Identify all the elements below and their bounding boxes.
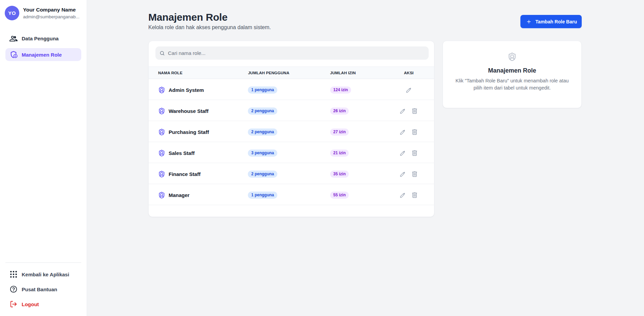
permissions-count-badge: 26 izin — [330, 107, 349, 115]
permissions-count-badge: 21 izin — [330, 150, 349, 157]
shield-user-icon — [158, 86, 165, 94]
role-name: Manager — [169, 192, 190, 198]
sidebar-item-label: Kembali ke Aplikasi — [22, 272, 69, 277]
roles-table: NAMA ROLE JUMLAH PENGGUNA JUMLAH IZIN AK… — [149, 66, 434, 205]
page-subtitle: Kelola role dan hak akses pengguna dalam… — [148, 24, 271, 31]
logout-icon — [9, 300, 18, 308]
permissions-count-badge: 55 izin — [330, 192, 349, 199]
search-area — [149, 41, 434, 66]
permissions-count-badge: 124 izin — [330, 86, 351, 94]
users-count-badge: 2 pengguna — [248, 107, 277, 115]
sidebar-item-logout[interactable]: Logout — [5, 297, 81, 312]
search-icon — [159, 51, 165, 56]
page-header: Manajemen Role Kelola role dan hak akses… — [148, 12, 582, 31]
delete-role-button[interactable] — [411, 107, 418, 115]
role-name: Purchasing Staff — [169, 129, 209, 135]
table-row[interactable]: Finance Staff 2 pengguna 35 izin — [149, 163, 434, 184]
col-jumlah-pengguna: JUMLAH PENGGUNA — [248, 67, 330, 79]
shield-user-icon — [158, 150, 165, 157]
info-panel: Manajemen Role Klik "Tambah Role Baru" u… — [443, 41, 582, 108]
table-footer — [149, 205, 434, 217]
table-row[interactable]: Purchasing Staff 2 pengguna 27 izin — [149, 121, 434, 142]
company-name: Your Company Name — [23, 7, 80, 13]
add-role-button[interactable]: Tambah Role Baru — [520, 15, 582, 28]
sidebar-item-label: Pusat Bantuan — [22, 287, 57, 292]
sidebar-item-label: Logout — [22, 301, 39, 307]
avatar: YO — [5, 6, 19, 20]
col-jumlah-izin: JUMLAH IZIN — [330, 67, 384, 79]
page-title: Manajemen Role — [148, 12, 271, 23]
sidebar: YO Your Company Name admin@sumberpangana… — [0, 0, 87, 316]
table-row[interactable]: Warehouse Staff 2 pengguna 26 izin — [149, 100, 434, 121]
shield-user-icon — [158, 171, 165, 178]
sidebar-nav: Data Pengguna Manajemen Role — [5, 32, 81, 61]
search-box[interactable] — [155, 46, 429, 60]
search-input[interactable] — [168, 50, 425, 56]
sidebar-footer: Kembali ke Aplikasi Pusat Bantuan Logo — [5, 262, 81, 312]
permissions-count-badge: 35 izin — [330, 171, 349, 178]
users-count-badge: 1 pengguna — [248, 192, 277, 199]
role-name: Sales Staff — [169, 150, 195, 156]
users-count-badge: 3 pengguna — [248, 150, 277, 157]
table-header-row: NAMA ROLE JUMLAH PENGGUNA JUMLAH IZIN AK… — [149, 67, 434, 79]
delete-role-button[interactable] — [411, 150, 418, 157]
shield-user-icon — [158, 129, 165, 136]
sidebar-item-label: Data Pengguna — [22, 36, 59, 41]
shield-person-icon — [9, 51, 18, 59]
col-aksi: AKSI — [383, 67, 434, 79]
users-count-badge: 1 pengguna — [248, 86, 277, 94]
role-name: Admin System — [169, 87, 204, 93]
sidebar-item-pusat-bantuan[interactable]: Pusat Bantuan — [5, 282, 81, 297]
shield-user-icon — [508, 52, 517, 61]
sidebar-item-manajemen-role[interactable]: Manajemen Role — [5, 48, 81, 61]
table-row[interactable]: Sales Staff 3 pengguna 21 izin — [149, 142, 434, 163]
add-role-button-label: Tambah Role Baru — [535, 19, 577, 24]
users-count-badge: 2 pengguna — [248, 171, 277, 178]
edit-role-button[interactable] — [400, 150, 406, 156]
plus-icon — [526, 19, 532, 24]
info-panel-description: Klik "Tambah Role Baru" untuk menambah r… — [455, 77, 570, 92]
users-count-badge: 2 pengguna — [248, 129, 277, 136]
role-name: Finance Staff — [169, 171, 200, 177]
permissions-count-badge: 27 izin — [330, 129, 349, 136]
table-row[interactable]: Admin System 1 pengguna 124 izin — [149, 79, 434, 100]
edit-role-button[interactable] — [400, 129, 406, 135]
users-icon — [9, 34, 18, 42]
help-circle-icon — [9, 285, 18, 293]
delete-role-button[interactable] — [411, 129, 418, 136]
profile: YO Your Company Name admin@sumberpangana… — [5, 6, 81, 20]
role-name: Warehouse Staff — [169, 108, 209, 114]
col-nama-role: NAMA ROLE — [149, 67, 248, 79]
shield-user-icon — [158, 107, 165, 115]
grid-dots-icon — [9, 271, 18, 278]
delete-role-button[interactable] — [411, 171, 418, 178]
table-row[interactable]: Manager 1 pengguna 55 izin — [149, 184, 434, 205]
company-email: admin@sumberpanganab... — [23, 14, 80, 19]
sidebar-item-data-pengguna[interactable]: Data Pengguna — [5, 32, 81, 45]
role-table-card: NAMA ROLE JUMLAH PENGGUNA JUMLAH IZIN AK… — [148, 41, 434, 217]
profile-meta: Your Company Name admin@sumberpanganab..… — [23, 7, 80, 19]
edit-role-button[interactable] — [400, 171, 406, 177]
delete-role-button[interactable] — [411, 192, 418, 199]
edit-role-button[interactable] — [406, 87, 412, 93]
sidebar-item-kembali-ke-aplikasi[interactable]: Kembali ke Aplikasi — [5, 267, 81, 282]
edit-role-button[interactable] — [400, 192, 406, 198]
sidebar-item-label: Manajemen Role — [22, 52, 62, 58]
cards-row: NAMA ROLE JUMLAH PENGGUNA JUMLAH IZIN AK… — [148, 41, 582, 217]
edit-role-button[interactable] — [400, 108, 406, 114]
main-area: Manajemen Role Kelola role dan hak akses… — [87, 0, 644, 316]
shield-user-icon — [158, 192, 165, 199]
table-body: Admin System 1 pengguna 124 izin Warehou… — [149, 79, 434, 205]
info-panel-title: Manajemen Role — [443, 67, 581, 74]
content: Manajemen Role Kelola role dan hak akses… — [148, 12, 582, 217]
